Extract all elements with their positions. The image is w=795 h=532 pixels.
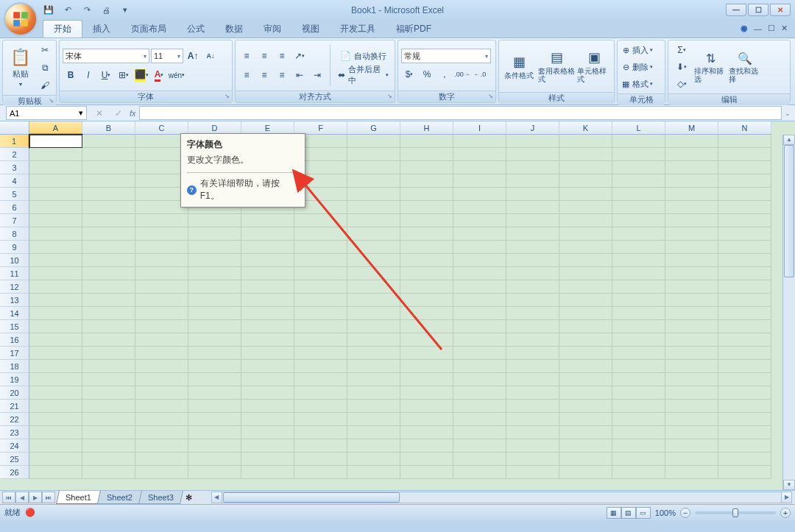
cell[interactable] xyxy=(718,453,771,466)
sheet-nav-last[interactable]: ⏭ xyxy=(42,492,55,503)
cell[interactable] xyxy=(453,400,506,413)
tab-foxit-pdf[interactable]: 福昕PDF xyxy=(386,21,442,38)
sort-filter[interactable]: ⇅排序和筛选 xyxy=(694,43,727,91)
cell[interactable] xyxy=(665,453,718,466)
cell[interactable] xyxy=(453,466,506,479)
cell[interactable] xyxy=(241,267,294,280)
fx-icon[interactable]: fx xyxy=(130,109,136,118)
cell[interactable] xyxy=(29,439,82,453)
cell[interactable] xyxy=(718,413,771,426)
col-header-K[interactable]: K xyxy=(559,121,612,135)
cell[interactable] xyxy=(718,201,771,214)
cell[interactable] xyxy=(135,320,188,333)
cell[interactable] xyxy=(347,320,400,333)
cell[interactable] xyxy=(506,453,559,466)
cell[interactable] xyxy=(241,280,294,294)
cell[interactable] xyxy=(612,227,665,241)
cell[interactable] xyxy=(559,333,612,347)
help-icon[interactable]: ◉ xyxy=(741,24,748,33)
cell[interactable] xyxy=(241,400,294,413)
cell[interactable] xyxy=(188,386,241,400)
cell[interactable] xyxy=(294,307,347,320)
cell[interactable] xyxy=(718,148,771,161)
cell[interactable] xyxy=(294,241,347,254)
row-header-10[interactable]: 10 xyxy=(0,254,29,267)
tab-insert[interactable]: 插入 xyxy=(82,21,121,38)
cell[interactable] xyxy=(559,413,612,426)
window-close[interactable]: ✕ xyxy=(770,4,791,16)
cell[interactable] xyxy=(188,254,241,267)
cell[interactable] xyxy=(718,466,771,479)
cell[interactable] xyxy=(400,307,453,320)
cell[interactable] xyxy=(506,188,559,201)
cell[interactable] xyxy=(453,439,506,453)
cell[interactable] xyxy=(559,386,612,400)
cell[interactable] xyxy=(718,135,771,148)
cell[interactable] xyxy=(612,294,665,307)
cell[interactable] xyxy=(29,280,82,294)
scroll-left-arrow[interactable]: ◀ xyxy=(212,492,222,503)
cell[interactable] xyxy=(453,360,506,373)
cell[interactable] xyxy=(188,400,241,413)
cell[interactable] xyxy=(506,280,559,294)
cell[interactable] xyxy=(188,453,241,466)
row-header-1[interactable]: 1 xyxy=(0,135,29,148)
tab-page-layout[interactable]: 页面布局 xyxy=(121,21,177,38)
cell[interactable] xyxy=(188,267,241,280)
cell[interactable] xyxy=(506,174,559,188)
row-header-20[interactable]: 20 xyxy=(0,386,29,400)
cell[interactable] xyxy=(665,294,718,307)
doc-restore[interactable]: ☐ xyxy=(768,24,775,33)
cell[interactable] xyxy=(188,294,241,307)
cell[interactable] xyxy=(612,386,665,400)
cell[interactable] xyxy=(612,426,665,439)
cell[interactable] xyxy=(400,188,453,201)
cell[interactable] xyxy=(29,307,82,320)
insert-sheet-icon[interactable]: ✻ xyxy=(182,491,197,504)
zoom-in[interactable]: + xyxy=(780,508,791,518)
cell[interactable] xyxy=(506,426,559,439)
number-dialog[interactable]: ↘ xyxy=(487,93,494,100)
row-header-17[interactable]: 17 xyxy=(0,347,29,360)
cell[interactable] xyxy=(665,254,718,267)
cell[interactable] xyxy=(82,201,135,214)
cell[interactable] xyxy=(665,320,718,333)
cell[interactable] xyxy=(82,386,135,400)
cell[interactable] xyxy=(347,254,400,267)
cell[interactable] xyxy=(506,439,559,453)
cell[interactable] xyxy=(506,148,559,161)
cell[interactable] xyxy=(29,453,82,466)
row-header-12[interactable]: 12 xyxy=(0,280,29,294)
cell[interactable] xyxy=(135,307,188,320)
cell[interactable] xyxy=(294,386,347,400)
cell[interactable] xyxy=(665,241,718,254)
cell[interactable] xyxy=(135,453,188,466)
cell[interactable] xyxy=(294,333,347,347)
row-header-18[interactable]: 18 xyxy=(0,360,29,373)
clear-button[interactable]: ◇▾ xyxy=(671,76,692,92)
cell[interactable] xyxy=(135,426,188,439)
cell[interactable] xyxy=(559,294,612,307)
align-dialog[interactable]: ↘ xyxy=(386,93,393,100)
row-header-13[interactable]: 13 xyxy=(0,294,29,307)
cell[interactable] xyxy=(135,360,188,373)
cell[interactable] xyxy=(135,294,188,307)
cell[interactable] xyxy=(559,400,612,413)
cell[interactable] xyxy=(665,386,718,400)
scroll-up-arrow[interactable]: ▲ xyxy=(783,135,795,145)
cell[interactable] xyxy=(665,227,718,241)
tab-view[interactable]: 视图 xyxy=(292,21,330,38)
cell[interactable] xyxy=(718,426,771,439)
cell[interactable] xyxy=(347,466,400,479)
cell[interactable] xyxy=(665,214,718,227)
cell[interactable] xyxy=(400,227,453,241)
cell[interactable] xyxy=(453,373,506,386)
view-page-break[interactable]: ▭ xyxy=(636,507,651,519)
cell[interactable] xyxy=(29,360,82,373)
cell[interactable] xyxy=(294,466,347,479)
cell[interactable] xyxy=(506,333,559,347)
cell[interactable] xyxy=(29,241,82,254)
cell[interactable] xyxy=(718,360,771,373)
cell[interactable] xyxy=(453,267,506,280)
cell[interactable] xyxy=(29,161,82,174)
